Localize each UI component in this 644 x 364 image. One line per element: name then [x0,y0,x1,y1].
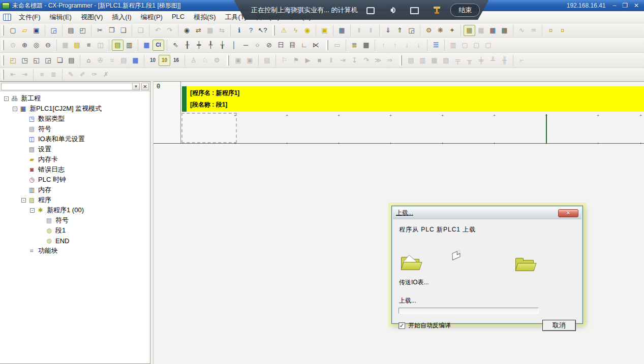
toolbar-grip[interactable] [2,55,4,65]
monitor-signed-decimal-button[interactable]: 10 [159,55,170,66]
work-online-simulator-button[interactable]: ϟ [290,25,301,36]
tree-item-symbols[interactable]: ▤符号 [0,124,150,134]
tree-item-settings[interactable]: ▤设置 [0,144,150,154]
toolbar-grip[interactable] [400,55,402,65]
cell-cursor[interactable] [181,113,237,143]
cancel-button[interactable]: 取消 [542,320,576,331]
replace-button[interactable]: ⇄ [193,25,204,36]
coil-open-button[interactable]: ○ [252,40,263,51]
chevron-down-icon[interactable]: ▼ [132,83,139,90]
function-block-button[interactable]: 目 [287,40,298,51]
speaker-icon[interactable] [388,6,397,15]
workspace-close-icon[interactable]: ✕ [141,83,149,90]
copy-button[interactable]: ❐ [106,25,117,36]
tree-item-data-types[interactable]: ◳数据类型 [0,114,150,124]
print-button[interactable]: ▤ [65,25,77,36]
minimize-button[interactable]: – [612,3,616,9]
tree-item-section-end[interactable]: ◍END [0,236,150,246]
window-watch-button[interactable]: ◳ [19,55,30,66]
monitor-decimal-button[interactable]: 10 [147,55,159,66]
dialog-close-button[interactable]: ✕ [558,209,578,217]
compile-program-button[interactable]: ◲ [48,25,59,36]
menu-7[interactable]: 模拟(S) [189,11,220,23]
comment-editor-button[interactable]: ▤ [71,40,83,51]
open-project-button[interactable]: ▱ [19,25,30,36]
toolbar-grip[interactable] [2,25,4,36]
tree-item-program[interactable]: -✱新程序1 (00) [0,205,150,215]
contact-or-no-button[interactable]: ╀ [205,40,217,51]
pause-monitoring-button[interactable]: ▦ [336,25,348,36]
dialog-title-bar[interactable]: 上载... ✕ [393,207,581,219]
workspace-combo[interactable]: ▼ [1,83,140,90]
tree-item-memory-card[interactable]: ▰内存卡 [0,154,150,164]
tree-expander-icon[interactable]: - [13,107,17,111]
select-mode-button[interactable]: ⇖ [170,40,181,51]
transfer-from-plc-button[interactable]: ⇑ [394,25,406,36]
context-help-button[interactable]: ↖? [257,25,268,36]
toolbar-grip[interactable] [2,40,4,50]
help-button[interactable]: ? [245,25,257,36]
monitor-hex-button[interactable]: 16 [170,55,182,66]
window-icon[interactable] [410,7,419,14]
invert-jump-button[interactable]: ⋉ [310,40,322,51]
close-button[interactable]: ✕ [634,3,639,9]
tree-item-programs[interactable]: -▨程序 [0,195,150,205]
auto-decompile-checkbox[interactable]: ✓ [398,322,405,329]
tree-item-plc-clock[interactable]: ◷PLC 时钟 [0,175,150,185]
display-program-mode-button[interactable]: ▦ [464,25,475,36]
window-address-reference-button[interactable]: ◲ [42,55,54,66]
mnemonics-view-button[interactable]: ▦ [141,40,152,51]
toolbar-grip[interactable] [227,55,229,65]
toolbar-grip[interactable] [326,40,328,50]
display-monitor-mode-button[interactable]: ▦ [487,25,499,36]
tree-item-memory[interactable]: ▥内存 [0,185,150,195]
contact-nc-button[interactable]: ┿ [193,40,205,51]
window-local-button[interactable]: ❏ [54,55,66,66]
tree-item-plc[interactable]: -▦新PLC1[CJ2M] 监视模式 [0,104,150,114]
find-button[interactable]: ◉ [181,25,193,36]
window-properties-button[interactable]: ▤ [66,55,77,66]
stack-view-button[interactable]: ≣ [349,40,360,51]
ladder-tools-button[interactable]: ⌂ [83,55,95,66]
coil-closed-button[interactable]: ⊘ [263,40,275,51]
release-protection-button[interactable]: ¤ [557,25,568,36]
toolbar-grip[interactable] [2,70,4,80]
mdi-child-icon[interactable] [3,14,11,21]
menu-6[interactable]: PLC [167,11,189,23]
contact-or-nc-button[interactable]: ╁ [217,40,228,51]
rung-annotations-button[interactable]: ≡ [83,40,95,51]
restore-button[interactable]: ❐ [622,3,628,9]
save-project-button[interactable]: ▣ [30,25,42,36]
new-document-button[interactable]: ▢ [7,25,19,36]
program-mode-button[interactable]: ⚙ [423,25,435,36]
vertical-line-button[interactable]: │ [228,40,240,51]
cut-button[interactable]: ✂ [94,25,106,36]
print-preview-button[interactable]: ◰ [77,25,88,36]
set-protection-button[interactable]: ¤ [545,25,557,36]
contact-no-button[interactable]: ╂ [181,40,193,51]
symbol-bar-button[interactable]: ▥ [124,40,135,51]
tree-item-function-blocks[interactable]: ⌗功能块 [0,246,150,256]
debug-mode-button[interactable]: ❋ [435,25,446,36]
zoom-in-button[interactable]: ⊕ [19,40,30,51]
zoom-100-button[interactable]: ◎ [30,40,42,51]
transfer-to-plc-button[interactable]: ⇓ [382,25,394,36]
paste-button[interactable]: ❑ [117,25,129,36]
end-session-button[interactable]: 结束 [450,4,480,17]
toolbar-grip[interactable] [272,25,275,36]
tree-item-error-log[interactable]: ◙错误日志 [0,164,150,175]
tree-item-symbols[interactable]: ▤符号 [0,215,150,225]
zoom-out-button[interactable]: ⊖ [42,40,54,51]
window-cross-reference-button[interactable]: ◱ [30,55,42,66]
tree-expander-icon[interactable]: - [4,96,9,101]
frame-view-button[interactable]: ▦ [360,40,372,51]
menu-3[interactable]: 视图(V) [76,11,107,23]
auto-online-button[interactable]: ◉ [301,25,313,36]
binary-view-button[interactable]: ▦ [130,55,141,66]
tree-expander-icon[interactable]: - [30,208,35,213]
pin-icon[interactable] [432,6,441,15]
work-online-button[interactable]: ⚠ [278,25,290,36]
symbols-table-button[interactable]: ▤ [112,40,124,51]
run-mode-button[interactable]: ✦ [446,25,458,36]
menu-2[interactable]: 编辑(E) [45,11,76,23]
